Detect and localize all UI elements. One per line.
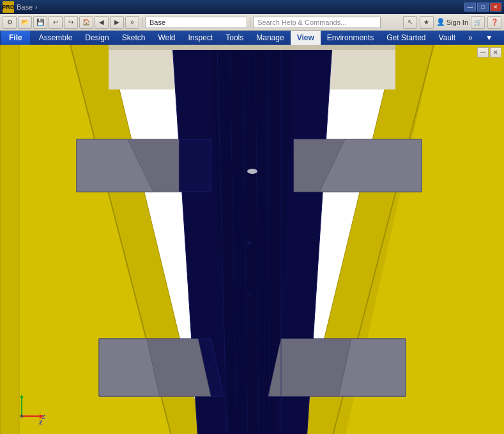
design-menu[interactable]: Design: [79, 31, 115, 45]
title-bar: PRO Base › — □ ✕: [0, 0, 504, 14]
breadcrumb[interactable]: Base: [145, 17, 247, 28]
close-viewport-button[interactable]: ✕: [490, 47, 501, 58]
qt-undo-button[interactable]: ↩: [49, 16, 63, 29]
axes-indicator: x z z: [9, 391, 47, 429]
assemble-menu[interactable]: Assemble: [33, 31, 79, 45]
get-started-menu[interactable]: Get Started: [380, 31, 432, 45]
weld-menu[interactable]: Weld: [151, 31, 181, 45]
qt-separator-2: [250, 17, 250, 27]
maximize-button[interactable]: □: [477, 3, 489, 12]
display-options[interactable]: ▼: [479, 31, 500, 45]
search-box[interactable]: Search Help & Commands...: [253, 17, 381, 28]
qt-separator: [142, 17, 142, 27]
title-bar-separator: ›: [35, 3, 38, 11]
sketch-menu[interactable]: Sketch: [116, 31, 152, 45]
svg-marker-36: [20, 394, 24, 398]
minimize-viewport-button[interactable]: —: [477, 47, 489, 58]
inspect-menu[interactable]: Inspect: [182, 31, 220, 45]
menu-bar: File Assemble Design Sketch Weld Inspect…: [0, 31, 504, 45]
qt-save-button[interactable]: 💾: [33, 16, 47, 29]
svg-point-33: [248, 293, 251, 296]
qt-open-button[interactable]: 📂: [18, 16, 32, 29]
quick-toolbar: ⚙ 📂 💾 ↩ ↪ 🏠 ◀ ▶ » Base Search Help & Com…: [0, 14, 504, 31]
file-menu[interactable]: File: [1, 31, 30, 45]
minimize-button[interactable]: —: [464, 3, 476, 12]
3d-scene: [0, 45, 504, 434]
app-logo: PRO: [3, 1, 14, 13]
close-button[interactable]: ✕: [490, 3, 501, 12]
view-menu[interactable]: View: [291, 31, 321, 45]
vault-menu[interactable]: Vault: [432, 31, 462, 45]
qt-redo-button[interactable]: ↪: [64, 16, 78, 29]
svg-point-34: [248, 325, 250, 327]
star-icon[interactable]: ★: [420, 16, 434, 29]
qt-back-button[interactable]: ◀: [95, 16, 109, 29]
help-icon[interactable]: ❓: [487, 16, 501, 29]
title-bar-text: Base: [17, 3, 33, 11]
environments-menu[interactable]: Environments: [321, 31, 380, 45]
viewport-controls: — ✕: [477, 47, 501, 58]
qt-more-button[interactable]: »: [125, 16, 139, 29]
tools-menu[interactable]: Tools: [219, 31, 250, 45]
sign-in-button[interactable]: 👤Sign In: [436, 18, 468, 26]
more-menus[interactable]: »: [462, 31, 479, 45]
cart-icon[interactable]: 🛒: [471, 16, 485, 29]
svg-point-32: [247, 241, 251, 245]
svg-rect-30: [109, 45, 395, 50]
svg-point-29: [247, 169, 257, 174]
qt-forward-button[interactable]: ▶: [110, 16, 124, 29]
svg-text:z: z: [42, 413, 45, 420]
manage-menu[interactable]: Manage: [250, 31, 290, 45]
qt-home-button[interactable]: 🏠: [79, 16, 93, 29]
cursor-icon[interactable]: ↖: [403, 16, 417, 29]
svg-point-42: [20, 415, 24, 418]
svg-text:z: z: [39, 418, 43, 426]
viewport[interactable]: — ✕: [0, 45, 504, 434]
qt-icon-button[interactable]: ⚙: [3, 16, 17, 29]
